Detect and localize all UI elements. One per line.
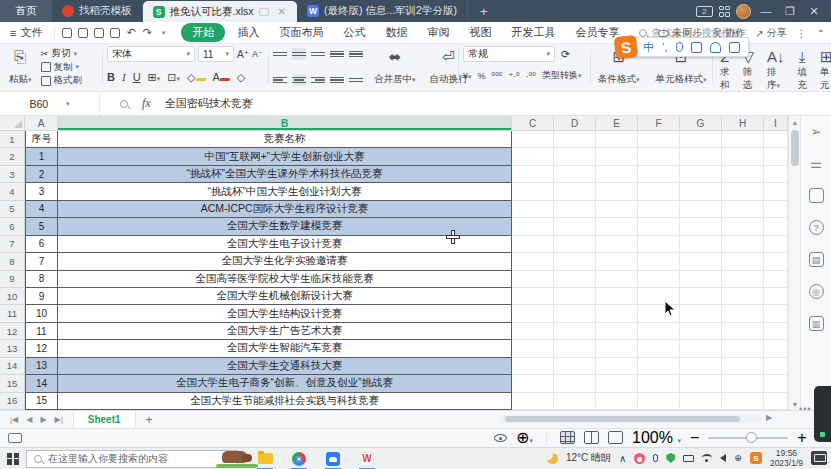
tab-formulas[interactable]: 公式: [335, 23, 373, 42]
cell-H6[interactable]: [722, 218, 764, 235]
font-decrease-icon[interactable]: A⁻: [252, 49, 263, 59]
column-header-A[interactable]: A: [25, 116, 58, 130]
notification-center-icon[interactable]: [811, 451, 827, 465]
cell-H3[interactable]: [722, 166, 764, 183]
tab-insert[interactable]: 插入: [229, 23, 267, 42]
taskbar-clock[interactable]: 19:56 2023/1/9: [770, 448, 803, 468]
draw-border-button[interactable]: ⊡▾: [167, 71, 180, 84]
format-painter-button[interactable]: 格式刷: [41, 74, 83, 87]
cell-E4[interactable]: [596, 183, 638, 200]
row-header-9[interactable]: 9: [0, 271, 25, 288]
cell-I15[interactable]: [764, 375, 788, 392]
cell-D6[interactable]: [554, 218, 596, 235]
word-document-tab[interactable]: W (最终版) 信息...军训2学分版): [297, 0, 468, 22]
name-box[interactable]: B60 ▾: [0, 92, 100, 115]
cell-E9[interactable]: [596, 271, 638, 288]
cell-I13[interactable]: [764, 340, 788, 357]
cell-F15[interactable]: [638, 375, 680, 392]
vertical-scrollbar[interactable]: ▲ ▼: [788, 116, 800, 410]
clear-format-icon[interactable]: ◇: [237, 71, 245, 84]
cell-C15[interactable]: [512, 375, 554, 392]
cell-H5[interactable]: [722, 201, 764, 218]
column-header-G[interactable]: G: [680, 116, 722, 130]
cell-F2[interactable]: [638, 148, 680, 165]
cell-H2[interactable]: [722, 148, 764, 165]
reading-mode-icon[interactable]: ▥: [809, 316, 824, 331]
cell-H14[interactable]: [722, 358, 764, 375]
cell-B4[interactable]: “挑战杯”中国大学生创业计划大赛: [58, 183, 512, 200]
print-icon[interactable]: [91, 26, 107, 40]
cell-A1[interactable]: 序号: [25, 131, 58, 148]
more-menu-icon[interactable]: ⋮: [797, 28, 807, 39]
cell-C6[interactable]: [512, 218, 554, 235]
zoom-search-icon[interactable]: [120, 100, 128, 108]
touch-keyboard-icon[interactable]: ⊕: [734, 453, 742, 463]
cell-D7[interactable]: [554, 236, 596, 253]
row-header-7[interactable]: 7: [0, 236, 25, 253]
cell-B16[interactable]: 全国大学生节能减排社会实践与科技竞赛: [58, 393, 512, 410]
row-header-4[interactable]: 4: [0, 183, 25, 200]
cell-E5[interactable]: [596, 201, 638, 218]
bold-button[interactable]: B: [107, 71, 115, 83]
cell-F4[interactable]: [638, 183, 680, 200]
zoom-in-icon[interactable]: +: [797, 429, 806, 447]
export-icon[interactable]: [75, 26, 91, 40]
cell-E7[interactable]: [596, 236, 638, 253]
cell-I6[interactable]: [764, 218, 788, 235]
row-header-6[interactable]: 6: [0, 218, 25, 235]
chrome-icon[interactable]: [288, 448, 310, 469]
cell-A15[interactable]: 14: [25, 375, 58, 392]
align-top-icon[interactable]: [273, 48, 287, 60]
home-tab[interactable]: 首页: [0, 0, 52, 22]
currency-button[interactable]: ¥▾: [463, 71, 472, 81]
number-format-select[interactable]: 常规▾: [463, 46, 555, 62]
cell-E12[interactable]: [596, 323, 638, 340]
redo-icon[interactable]: ↷: [139, 26, 155, 40]
sheet-tab-sheet1[interactable]: Sheet1: [73, 411, 136, 428]
cell-D9[interactable]: [554, 271, 596, 288]
scroll-right-icon[interactable]: ▶: [766, 413, 772, 422]
first-sheet-icon[interactable]: |◀: [10, 415, 18, 424]
cell-C12[interactable]: [512, 323, 554, 340]
share-button[interactable]: ↗分享: [755, 26, 786, 40]
taskbar-search-input[interactable]: 在这里输入你要搜索的内容: [26, 450, 238, 468]
cell-D1[interactable]: [554, 131, 596, 148]
cell-F1[interactable]: [638, 131, 680, 148]
decimal-decrease-button[interactable]: ·⁰⁰: [526, 71, 536, 81]
select-pointer-icon[interactable]: ➢: [809, 124, 824, 139]
cell-A10[interactable]: 9: [25, 288, 58, 305]
cell-I9[interactable]: [764, 271, 788, 288]
decimal-increase-button[interactable]: ⁺·⁰: [508, 71, 519, 81]
cell-G5[interactable]: [680, 201, 722, 218]
thousands-button[interactable]: ⁰⁰⁰: [492, 71, 503, 81]
cell-D8[interactable]: [554, 253, 596, 270]
row-header-10[interactable]: 10: [0, 288, 25, 305]
cell-G14[interactable]: [680, 358, 722, 375]
cell-F16[interactable]: [638, 393, 680, 410]
zoom-out-icon[interactable]: −: [690, 429, 699, 447]
cell-F6[interactable]: [638, 218, 680, 235]
next-sheet-icon[interactable]: ▶: [40, 415, 46, 424]
type-convert-icon[interactable]: ⟳: [561, 48, 570, 61]
cell-C4[interactable]: [512, 183, 554, 200]
cell-A2[interactable]: 1: [25, 148, 58, 165]
page-layout-view-icon[interactable]: [584, 431, 599, 444]
cell-D15[interactable]: [554, 375, 596, 392]
percent-button[interactable]: %: [478, 71, 486, 81]
cell-I16[interactable]: [764, 393, 788, 410]
merge-center-button[interactable]: ⬌ 合并居中▾: [371, 46, 419, 88]
cell-H8[interactable]: [722, 253, 764, 270]
adjust-settings-icon[interactable]: ⚌: [809, 156, 824, 171]
indent-increase-icon[interactable]: [349, 48, 363, 60]
wifi-icon[interactable]: [702, 454, 712, 462]
cell-H12[interactable]: [722, 323, 764, 340]
cell-E10[interactable]: [596, 288, 638, 305]
cell-B5[interactable]: ACM-ICPC国际大学生程序设计竞赛: [58, 201, 512, 218]
fill-color-button[interactable]: ◇: [187, 71, 205, 84]
cell-G13[interactable]: [680, 340, 722, 357]
cell-C13[interactable]: [512, 340, 554, 357]
row-header-3[interactable]: 3: [0, 166, 25, 183]
row-header-8[interactable]: 8: [0, 253, 25, 270]
cell-A3[interactable]: 2: [25, 166, 58, 183]
align-bottom-icon[interactable]: [311, 48, 325, 60]
